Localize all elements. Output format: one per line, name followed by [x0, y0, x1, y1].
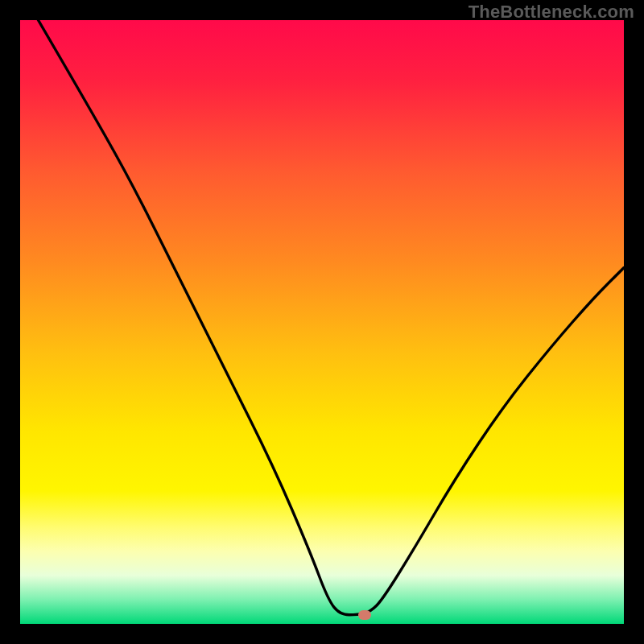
curve-plot [20, 20, 624, 624]
chart-frame: TheBottleneck.com [0, 0, 644, 644]
optimal-point-marker [358, 610, 371, 620]
plot-area [20, 20, 624, 624]
watermark-text: TheBottleneck.com [469, 2, 634, 23]
